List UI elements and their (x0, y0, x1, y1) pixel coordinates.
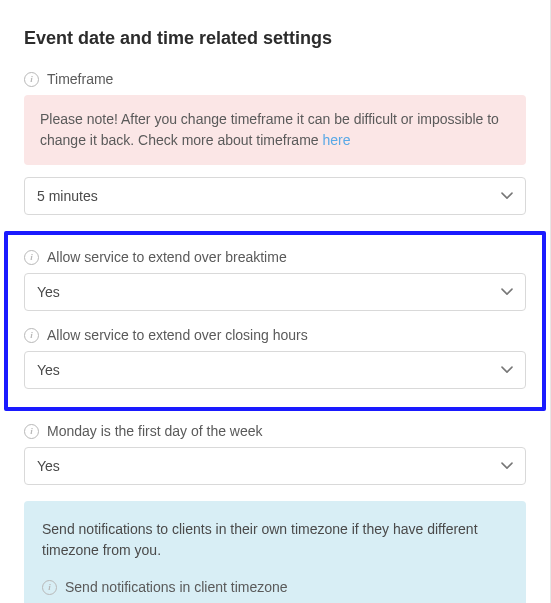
chevron-down-icon (501, 288, 513, 296)
breaktime-select-value: Yes (37, 284, 60, 300)
timeframe-alert-link[interactable]: here (322, 132, 350, 148)
info-icon[interactable]: i (24, 328, 39, 343)
timeframe-select-value: 5 minutes (37, 188, 98, 204)
page-title: Event date and time related settings (24, 28, 526, 49)
monday-section: i Monday is the first day of the week Ye… (24, 423, 526, 485)
monday-label-text: Monday is the first day of the week (47, 423, 263, 439)
monday-select[interactable]: Yes (24, 447, 526, 485)
closing-select-value: Yes (37, 362, 60, 378)
breaktime-select[interactable]: Yes (24, 273, 526, 311)
breaktime-section: i Allow service to extend over breaktime… (24, 249, 526, 311)
timeframe-select[interactable]: 5 minutes (24, 177, 526, 215)
closing-select[interactable]: Yes (24, 351, 526, 389)
monday-select-value: Yes (37, 458, 60, 474)
closing-section: i Allow service to extend over closing h… (24, 327, 526, 389)
info-icon[interactable]: i (42, 580, 57, 595)
info-icon[interactable]: i (24, 424, 39, 439)
timeframe-alert: Please note! After you change timeframe … (24, 95, 526, 165)
info-icon[interactable]: i (24, 250, 39, 265)
timeframe-alert-text: Please note! After you change timeframe … (40, 111, 499, 148)
chevron-down-icon (501, 366, 513, 374)
timezone-label-text: Send notifications in client timezone (65, 579, 288, 595)
timezone-panel: Send notifications to clients in their o… (24, 501, 526, 603)
breaktime-label-text: Allow service to extend over breaktime (47, 249, 287, 265)
breaktime-label: i Allow service to extend over breaktime (24, 249, 526, 265)
timezone-panel-intro: Send notifications to clients in their o… (42, 519, 508, 561)
timeframe-label-text: Timeframe (47, 71, 113, 87)
closing-label-text: Allow service to extend over closing hou… (47, 327, 308, 343)
monday-label: i Monday is the first day of the week (24, 423, 526, 439)
timeframe-section: i Timeframe Please note! After you chang… (24, 71, 526, 215)
chevron-down-icon (501, 192, 513, 200)
highlight-box: i Allow service to extend over breaktime… (4, 231, 546, 411)
timeframe-label: i Timeframe (24, 71, 526, 87)
timezone-label: i Send notifications in client timezone (42, 579, 508, 595)
closing-label: i Allow service to extend over closing h… (24, 327, 526, 343)
info-icon[interactable]: i (24, 72, 39, 87)
chevron-down-icon (501, 462, 513, 470)
